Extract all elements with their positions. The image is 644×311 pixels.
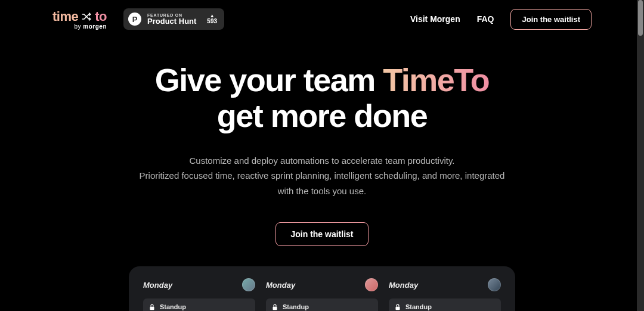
avatar — [365, 278, 378, 291]
calendar-column: Monday Standup Beta testing — [389, 278, 501, 311]
calendar-event[interactable]: Standup — [389, 298, 501, 311]
nav-faq[interactable]: FAQ — [477, 14, 494, 24]
shuffle-icon — [82, 13, 91, 21]
calendar-event-label: Standup — [283, 303, 309, 310]
calendar-event-label: Standup — [160, 303, 186, 310]
hero-join-waitlist-button[interactable]: Join the waitlist — [275, 222, 368, 246]
product-hunt-badge[interactable]: P FEATURED ON Product Hunt ▲ 593 — [123, 8, 224, 30]
header-nav: Visit Morgen FAQ Join the waitlist — [410, 9, 592, 30]
avatar — [488, 278, 501, 291]
calendar-day-label: Monday — [143, 281, 172, 290]
svg-rect-2 — [273, 307, 277, 310]
calendar-column: Monday Standup Sprint planning — [266, 278, 378, 311]
page-scrollbar[interactable] — [637, 0, 644, 311]
svg-rect-4 — [395, 307, 400, 310]
calendar-preview: Monday Standup Design session Monday Sta… — [129, 266, 515, 311]
hero-title-part1: Give your team — [155, 62, 383, 98]
calendar-column: Monday Standup Design session — [143, 278, 255, 311]
hero-title-line2: get more done — [217, 98, 428, 133]
lock-icon — [395, 304, 401, 310]
lock-icon — [272, 304, 278, 310]
calendar-day-label: Monday — [389, 281, 418, 290]
avatar — [242, 278, 255, 291]
ph-vote-count: 593 — [207, 18, 217, 24]
calendar-event[interactable]: Standup — [266, 298, 378, 311]
nav-visit-morgen[interactable]: Visit Morgen — [410, 14, 460, 24]
ph-name: Product Hunt — [147, 17, 196, 26]
hero-sub-line1: Customize and deploy automations to acce… — [131, 153, 513, 169]
hero-section: Give your team TimeTo get more done Cust… — [0, 62, 644, 246]
ph-upvote[interactable]: ▲ 593 — [207, 14, 217, 24]
lock-icon — [149, 304, 155, 310]
scrollbar-thumb[interactable] — [638, 0, 643, 36]
product-hunt-icon: P — [128, 13, 141, 26]
site-header: time to by morgen P FEATURED ON Product … — [0, 0, 644, 38]
hero-title-brand: TimeTo — [383, 62, 489, 98]
calendar-event-label: Standup — [405, 303, 432, 310]
site-logo[interactable]: time to by morgen — [52, 9, 107, 30]
hero-title: Give your team TimeTo get more done — [0, 62, 644, 134]
logo-text-to: to — [95, 9, 107, 24]
logo-text-time: time — [52, 9, 78, 24]
hero-sub-line2: Prioritized focused time, reactive sprin… — [131, 168, 513, 198]
logo-subline: by morgen — [75, 23, 107, 30]
calendar-event[interactable]: Standup — [143, 298, 255, 311]
header-join-waitlist-button[interactable]: Join the waitlist — [510, 9, 592, 30]
svg-rect-0 — [150, 307, 154, 310]
hero-sub: Customize and deploy automations to acce… — [0, 153, 644, 199]
calendar-day-label: Monday — [266, 281, 295, 290]
